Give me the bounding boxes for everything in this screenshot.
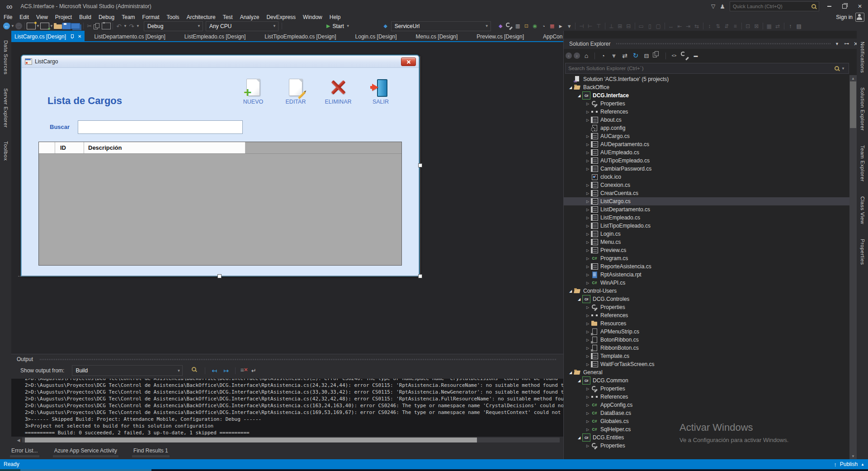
view-code-icon[interactable]: <>	[670, 51, 679, 60]
expand-icon[interactable]: ▷	[585, 208, 591, 212]
menu-edit[interactable]: Edit	[16, 13, 33, 21]
expand-icon[interactable]: ▷	[585, 387, 591, 391]
tree-item[interactable]: ▷References	[564, 393, 849, 401]
menu-debug[interactable]: Debug	[95, 13, 118, 21]
same-width-icon[interactable]: ▭	[637, 22, 646, 30]
collapse-icon[interactable]: ◢	[576, 297, 582, 301]
tree-item[interactable]: ▷ListDepartamento.cs	[564, 205, 849, 214]
right-tab-properties[interactable]: Properties	[859, 237, 866, 266]
redo-icon[interactable]: ↷	[127, 22, 136, 30]
menu-test[interactable]: Test	[219, 13, 236, 21]
menu-team[interactable]: Team	[118, 13, 138, 21]
expand-icon[interactable]: ▷	[585, 143, 591, 147]
new-project-icon[interactable]	[27, 23, 36, 29]
document-tab[interactable]: ListTipoEmpleado.cs [Design]	[255, 31, 345, 42]
tree-item[interactable]: ▷ReporteAsistencia.cs	[564, 262, 849, 271]
expand-icon[interactable]: ▷	[585, 118, 591, 122]
expand-icon[interactable]: ▷	[585, 240, 591, 244]
collapse-all-icon[interactable]: ⊟	[642, 51, 651, 60]
solution-explorer-scrollbar[interactable]: ▲ ▼	[849, 75, 857, 459]
output-horizontal-scrollbar[interactable]: ◀	[11, 437, 563, 443]
collapse-icon[interactable]: ◢	[576, 94, 582, 98]
paste-icon[interactable]	[102, 23, 111, 29]
tree-item[interactable]: ▷Globales.cs	[564, 417, 849, 425]
expand-icon[interactable]: ▷	[585, 419, 591, 423]
copy-icon[interactable]	[94, 23, 102, 29]
quick-launch-input[interactable]	[730, 1, 819, 11]
tree-item[interactable]: ▷ListCargo.cs	[564, 197, 849, 205]
editar-button[interactable]: EDITAR	[274, 78, 317, 105]
document-tab[interactable]: ListCargo.cs [Design]✕	[11, 31, 85, 42]
collapse-icon[interactable]: ◢	[576, 379, 582, 383]
designed-form[interactable]: ListCargo Lista de Cargos NUEVOEDITARELI…	[21, 55, 419, 276]
save-all-icon[interactable]	[71, 23, 80, 29]
document-tab[interactable]: Login.cs [Design]	[346, 31, 406, 42]
tree-item[interactable]: Solution 'ACS.Interface' (5 projects)	[564, 75, 849, 83]
right-tab-solution-explorer[interactable]: Solution Explorer	[859, 86, 866, 133]
tree-item[interactable]: ◢DCG.Common	[564, 376, 849, 385]
close-tab-icon[interactable]: ✕	[78, 34, 81, 39]
tree-item[interactable]: ▷Menu.cs	[564, 238, 849, 246]
home-icon[interactable]: ⌂	[582, 51, 591, 60]
expand-icon[interactable]: ▷	[585, 110, 591, 114]
tree-item[interactable]: ▷DataBase.cs	[564, 409, 849, 417]
expand-icon[interactable]: ▷	[585, 428, 591, 432]
license-icon[interactable]: ◔	[540, 22, 547, 30]
tree-item[interactable]: ▷SqlHelper.cs	[564, 425, 849, 433]
tree-item[interactable]: ▷CambiarPassword.cs	[564, 165, 849, 173]
tree-item[interactable]: ▷Resources	[564, 319, 849, 328]
remove-vertical-spacing-icon[interactable]: ≡	[731, 22, 740, 30]
solution-explorer-search-input[interactable]	[566, 66, 834, 71]
right-tab-class-view[interactable]: Class View	[859, 195, 866, 226]
tree-item[interactable]: ▷Program.cs	[564, 254, 849, 262]
menu-build[interactable]: Build	[75, 13, 95, 21]
align-left-icon[interactable]: ⊣	[577, 22, 586, 30]
navigate-forward-icon[interactable]: →	[15, 23, 22, 29]
size-to-grid-icon[interactable]: ▦	[765, 22, 774, 30]
bottom-tab-azure-app-service-activity[interactable]: Azure App Service Activity	[53, 446, 118, 459]
form-close-button[interactable]	[401, 57, 416, 66]
overflow-caret-icon[interactable]: ▼	[566, 22, 573, 30]
properties-icon[interactable]	[680, 51, 689, 60]
output-title-row[interactable]: Output	[11, 354, 563, 364]
expand-icon[interactable]: ▷	[585, 216, 591, 220]
resize-handle-bottom-center[interactable]	[217, 274, 222, 278]
document-tab[interactable]: Preview.cs [Design]	[467, 31, 533, 42]
tree-item[interactable]: ▷About.cs	[564, 116, 849, 124]
salir-button[interactable]: SALIR	[359, 78, 402, 105]
tree-item[interactable]: ▷Properties	[564, 100, 849, 108]
tree-item[interactable]: ▷CrearCuenta.cs	[564, 189, 849, 197]
scroll-up-arrow-icon[interactable]: ▲	[849, 75, 857, 81]
tree-item[interactable]: ▷Conexion.cs	[564, 181, 849, 189]
expand-icon[interactable]: ▷	[585, 232, 591, 236]
tree-item[interactable]: ▷Properties	[564, 385, 849, 393]
filter-icon[interactable]: ◔	[599, 51, 608, 60]
tree-item[interactable]: ◢DCG.Controles	[564, 295, 849, 303]
eliminar-button[interactable]: ELIMINAR	[317, 78, 359, 105]
tree-item[interactable]: ▷AppConfig.cs	[564, 401, 849, 409]
expand-icon[interactable]: ▷	[585, 411, 591, 415]
decrease-vertical-spacing-icon[interactable]: ⇵	[722, 22, 731, 30]
buscar-input[interactable]	[78, 120, 243, 134]
open-file-icon[interactable]	[54, 24, 62, 29]
expand-icon[interactable]: ▷	[585, 102, 591, 106]
expand-icon[interactable]: ▷	[585, 273, 591, 277]
tree-item[interactable]: ▷Template.cs	[564, 352, 849, 360]
same-height-icon[interactable]: ▯	[646, 22, 654, 30]
document-tab[interactable]: ListEmpleado.cs [Design]	[175, 31, 255, 42]
media-player-icon[interactable]: ▶	[557, 22, 565, 30]
bottom-tab-find-results-1[interactable]: Find Results 1	[132, 446, 170, 459]
back-icon[interactable]: ‹	[566, 52, 572, 59]
tree-item[interactable]: ▷ListEmpleado.cs	[564, 214, 849, 222]
window-position-icon[interactable]: ▼	[835, 42, 840, 46]
word-wrap-icon[interactable]: ↵	[249, 366, 258, 375]
output-source-dropdown[interactable]: Build▼	[72, 365, 183, 376]
decrease-horizontal-spacing-icon[interactable]: ⇥	[684, 22, 693, 30]
document-tab[interactable]: Menu.cs [Design]	[406, 31, 467, 42]
refresh-icon[interactable]: ↻	[631, 51, 640, 60]
resize-handle-bottom-right[interactable]	[418, 274, 422, 278]
align-center-icon[interactable]: ⊢	[586, 22, 594, 30]
expand-icon[interactable]: ▷	[585, 354, 591, 358]
menu-file[interactable]: File	[0, 13, 16, 21]
tree-item[interactable]: ▷AUDepartamento.cs	[564, 140, 849, 148]
